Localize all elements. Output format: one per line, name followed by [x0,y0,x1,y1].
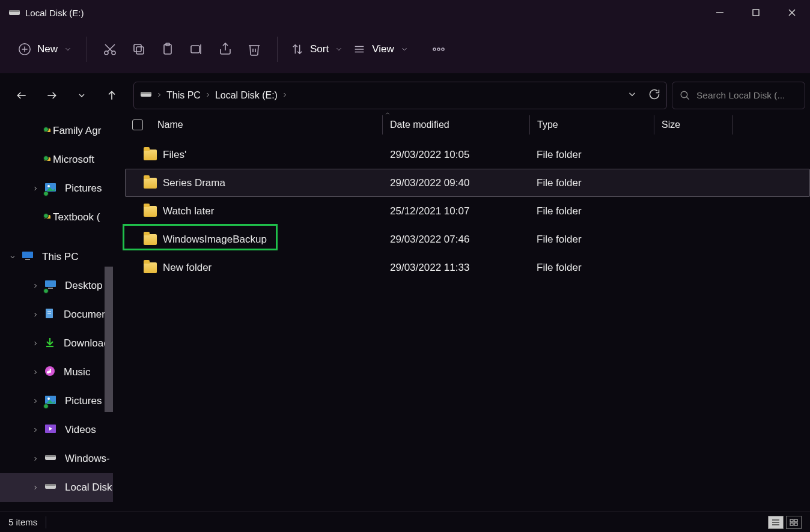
view-button[interactable]: View [348,35,413,64]
expand-toggle[interactable] [30,397,41,405]
sort-icon [291,43,304,56]
tree-item-label: Desktop [65,280,102,292]
folder-icon [144,150,157,160]
chevron-right-icon[interactable] [156,90,163,101]
address-bar[interactable]: This PC Local Disk (E:) [133,82,667,109]
tree-item[interactable]: This PC [0,243,113,271]
expand-toggle[interactable] [30,426,41,434]
file-type: File folder [529,234,653,246]
details-view-toggle[interactable] [768,516,784,529]
expand-toggle[interactable] [30,455,41,462]
file-row[interactable]: Watch later25/12/2021 10:07File folder [125,197,810,225]
svg-rect-56 [45,455,56,457]
tree-item[interactable]: Desktop [0,271,113,300]
cut-button[interactable] [96,35,124,64]
file-row[interactable]: New folder29/03/2022 11:33File folder [125,253,810,282]
folder-icon [144,206,157,217]
scrollbar-thumb[interactable] [105,267,113,412]
back-button[interactable] [11,85,32,106]
refresh-button[interactable] [648,88,660,103]
tree-item[interactable]: Music [0,358,113,387]
file-row[interactable]: Series Drama29/03/2022 09:40File folder [125,169,810,197]
svg-rect-3 [753,10,759,16]
expand-toggle[interactable] [30,311,41,318]
history-dropdown[interactable] [627,89,638,102]
expand-toggle[interactable] [30,484,41,491]
minimize-button[interactable] [702,0,738,25]
maximize-button[interactable] [738,0,774,25]
chevron-down-icon [64,45,72,53]
sort-label: Sort [310,43,329,55]
toolbar: New Sort View [0,25,810,73]
tree-item[interactable]: Pictures [0,387,113,416]
select-all-checkbox[interactable] [132,119,143,130]
file-date: 29/03/2022 11:33 [383,262,529,274]
tree-item[interactable]: Textbook ( [0,203,113,232]
thumbnails-view-toggle[interactable] [786,516,802,529]
breadcrumb-current[interactable]: Local Disk (E:) [215,90,278,101]
forward-button[interactable] [41,85,62,106]
column-type[interactable]: Type [537,119,558,130]
svg-rect-42 [45,280,56,287]
file-type: File folder [529,262,653,274]
tree-item[interactable]: Windows- [0,444,113,473]
column-size[interactable]: Size [662,119,680,130]
desktop-icon [44,280,56,292]
navigation-pane[interactable]: Family AgrMicrosoftPicturesTextbook (Thi… [0,112,113,512]
expand-toggle[interactable] [30,369,41,376]
share-button[interactable] [211,35,240,64]
view-label: View [372,43,394,55]
expand-toggle[interactable] [30,282,41,289]
videos-icon [44,424,56,437]
tree-item[interactable]: Videos [0,416,113,444]
tree-item-label: Videos [65,424,96,436]
file-row[interactable]: WindowsImageBackup29/03/2022 07:46File f… [125,225,810,253]
tree-item[interactable]: Download [0,329,113,358]
folder-icon [144,178,157,189]
pc-icon [22,251,34,264]
column-date[interactable]: Date modified [390,119,449,130]
tree-item[interactable]: Family Agr [0,116,113,145]
column-name[interactable]: Name [157,119,183,130]
expand-toggle[interactable] [7,253,18,261]
search-input[interactable]: Search Local Disk (... [672,82,805,109]
drive-icon [44,482,56,494]
svg-rect-65 [794,523,797,525]
svg-rect-40 [22,252,33,258]
drive-icon [8,8,20,17]
file-list: Name Date modified Type Size Files'29/03… [113,112,810,512]
breadcrumb-this-pc[interactable]: This PC [166,90,201,101]
svg-rect-63 [794,519,797,522]
chevron-right-icon[interactable] [281,90,288,101]
recent-button[interactable] [71,85,93,106]
file-date: 29/03/2022 09:40 [383,177,529,189]
tree-item[interactable]: Local Disk [0,473,113,502]
expand-toggle[interactable] [30,185,41,192]
tree-item-label: Microsoft [53,154,94,166]
file-type: File folder [529,177,653,189]
delete-button[interactable] [240,35,269,64]
file-row[interactable]: Files'29/03/2022 10:05File folder [125,141,810,169]
copy-button[interactable] [124,35,153,64]
file-type: File folder [529,149,653,161]
more-button[interactable] [424,35,453,64]
tree-item-label: Family Agr [53,125,101,137]
svg-point-29 [442,48,444,50]
tree-item[interactable]: Pictures [0,174,113,203]
search-placeholder: Search Local Disk (... [696,90,785,101]
rename-button[interactable] [182,35,211,64]
svg-rect-62 [790,519,793,522]
tree-item[interactable]: Document [0,300,113,329]
sort-indicator-icon [383,112,392,119]
expand-toggle[interactable] [30,340,41,347]
svg-rect-58 [45,484,56,486]
tree-item[interactable]: Microsoft [0,145,113,174]
up-button[interactable] [101,85,123,106]
close-button[interactable] [774,0,810,25]
list-icon [353,43,366,56]
chevron-right-icon[interactable] [204,90,212,101]
chevron-down-icon [400,45,409,53]
new-button[interactable]: New [12,35,78,64]
sort-button[interactable]: Sort [286,35,348,64]
paste-button[interactable] [153,35,182,64]
